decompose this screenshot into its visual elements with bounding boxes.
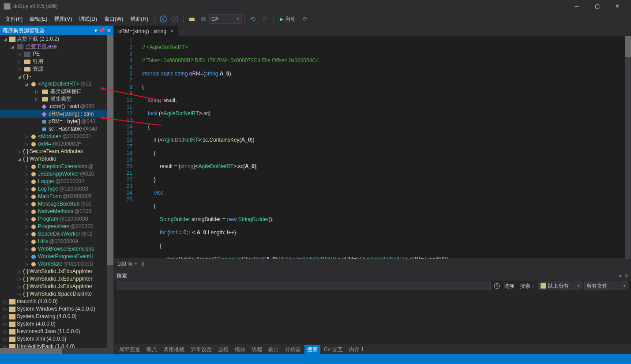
nav-forward-button[interactable] <box>169 14 180 24</box>
tree-refs[interactable]: 引用 <box>33 58 43 65</box>
menu-file[interactable]: 文件(F) <box>2 14 26 25</box>
zoom-value[interactable]: 100 % <box>117 261 132 267</box>
tree-msgbox[interactable]: MessageBoxStub <box>38 200 79 208</box>
tree-sc[interactable]: sc : Hashtable <box>49 125 82 133</box>
minimize-button[interactable]: ─ <box>567 0 587 12</box>
tab-callstack[interactable]: 调用堆栈 <box>161 345 187 354</box>
tab-modules[interactable]: 模块 <box>232 345 248 354</box>
code-content[interactable]: // <AgileDotNetRT> // Token: 0x060000B2 … <box>139 36 631 259</box>
menu-view[interactable]: 视图(V) <box>51 14 75 25</box>
stop-button[interactable]: ⟳ <box>300 14 310 24</box>
tree-agile[interactable]: <AgileDotNetRT> <box>38 80 79 88</box>
tab-csharp[interactable]: C# 交互 <box>321 345 346 354</box>
menu-edit[interactable]: 编辑(E) <box>26 14 51 25</box>
namespace-icon: { } <box>23 73 29 80</box>
tree-prm[interactable]: pRM= : byte[] <box>49 118 80 125</box>
window-title: dnSpy v5.0.5 (x86) <box>13 3 567 9</box>
search-type-combo[interactable]: 以上所有▼ <box>538 281 582 290</box>
tree-sysxml[interactable]: System.Xml (4.0.0.0) <box>17 335 66 343</box>
panel-close-icon[interactable]: ✕ <box>107 28 111 34</box>
tree-drawing[interactable]: System.Drawing (4.0.0.0) <box>17 313 76 320</box>
tab-close-icon[interactable]: ✕ <box>170 28 174 34</box>
module-icon <box>17 44 23 49</box>
tree-wwh1[interactable]: WwhStudio.JxEduAppInter <box>30 268 93 275</box>
tree-oxm[interactable]: oxM= <box>38 140 51 148</box>
tab-process[interactable]: 进程 <box>215 345 231 354</box>
tree-newtonsoft[interactable]: Newtonsoft.Json (11.0.0.0) <box>17 328 80 335</box>
tree-vscroll[interactable] <box>107 35 113 354</box>
tree-jxedu[interactable]: JxEduAppWorker <box>38 170 79 178</box>
undo-button[interactable] <box>248 14 259 24</box>
code-editor[interactable]: 1234567891011121314151617181920212223242… <box>114 36 631 259</box>
tree-module[interactable]: <Module> <box>38 133 61 140</box>
tree-system[interactable]: System (4.0.0.0) <box>17 320 56 328</box>
chevron-down-icon[interactable]: ▼ <box>134 262 138 266</box>
tree-cctor[interactable]: .cctor() : void <box>49 103 79 110</box>
tab-analyzer[interactable]: 分析器 <box>282 345 304 354</box>
tree-hscroll[interactable] <box>0 348 107 354</box>
tree-exc[interactable]: ExceptionExtensions <box>38 163 87 170</box>
save-button[interactable] <box>198 14 209 24</box>
panel-dropdown-icon[interactable]: ▾ <box>619 273 622 278</box>
options-icon[interactable] <box>492 281 501 290</box>
menu-debug[interactable]: 调试(D) <box>75 14 101 25</box>
svg-point-3 <box>172 16 178 22</box>
method-icon <box>41 104 46 109</box>
tab-output[interactable]: 输出 <box>266 345 282 354</box>
tree-derived[interactable]: 派生类型 <box>50 95 71 103</box>
tree-base[interactable]: 基类型和接口 <box>50 88 82 95</box>
tree-winforms[interactable]: System.Windows.Forms (4.0.0.0) <box>17 305 95 313</box>
tree-worker[interactable]: WorkerProgressEventH <box>38 253 94 260</box>
tree-webbrowser[interactable]: WebBrowserExtensions <box>38 245 94 253</box>
start-debug-button[interactable]: ▶启动 <box>276 14 299 24</box>
redo-button[interactable] <box>259 14 270 24</box>
tree-mainform[interactable]: MainForm <box>38 193 62 200</box>
tree-exe[interactable]: 点赞下载.exe <box>26 43 57 50</box>
tab-mem[interactable]: 内存 1 <box>346 345 367 354</box>
tab-locals[interactable]: 局部变量 <box>116 345 143 354</box>
tab-threads[interactable]: 线程 <box>249 345 265 354</box>
menu-window[interactable]: 窗口(W) <box>101 14 127 25</box>
pin-icon[interactable]: 📌 <box>99 28 105 34</box>
tree-workstate[interactable]: WorkState <box>38 260 63 268</box>
language-combo[interactable]: C#▼ <box>209 14 242 24</box>
tree-utils[interactable]: Utils <box>38 238 48 245</box>
tree-pe[interactable]: PE <box>33 50 40 58</box>
panel-close-icon[interactable]: ✕ <box>624 273 628 278</box>
nav-back-button[interactable] <box>158 14 169 24</box>
split-handle[interactable]: ▮ <box>141 261 144 267</box>
tree-wwh4[interactable]: WwhStudio.SpaceDiskInte <box>30 290 92 298</box>
tree-wwh[interactable]: WwhStudio <box>30 155 56 163</box>
tree-res[interactable]: 资源 <box>33 65 43 73</box>
tree-mscorlib[interactable]: mscorlib (4.0.0.0) <box>17 298 58 305</box>
open-button[interactable] <box>187 14 197 24</box>
tab-search[interactable]: 搜索 <box>304 345 320 354</box>
folder-icon <box>24 67 30 71</box>
search-scope-combo[interactable]: 所有文件▼ <box>584 281 628 290</box>
close-button[interactable]: ✕ <box>607 0 627 12</box>
zoom-bar: 100 % ▼ ▮ <box>114 259 631 268</box>
tree-wwh2[interactable]: WwhStudio.JxEduAppInter <box>30 275 93 283</box>
search-input[interactable] <box>116 281 491 290</box>
tab-excset[interactable]: 异常设置 <box>188 345 214 354</box>
panel-dropdown-icon[interactable]: ▾ <box>94 27 97 34</box>
maximize-button[interactable]: ▢ <box>587 0 607 12</box>
assembly-tree[interactable]: ◢点赞下载 (2.1.0.2) ◢点赞下载.exe ▷PE ▷引用 ▷资源 ◢{… <box>0 35 113 354</box>
tree-progitem[interactable]: ProgressItem <box>38 223 69 230</box>
tree-root[interactable]: 点赞下载 (2.1.0.2) <box>17 35 59 43</box>
namespace-icon: { } <box>23 290 29 298</box>
tree-program[interactable]: Program <box>38 215 58 223</box>
tab-breakpoints[interactable]: 断点 <box>144 345 160 354</box>
tree-orm[interactable]: oRM=(string) : strin <box>49 110 94 118</box>
tree-logtype[interactable]: LogType <box>38 185 58 193</box>
tree-secteam[interactable]: SecureTeam.Attributes <box>30 148 83 155</box>
menu-help[interactable]: 帮助(H) <box>127 14 152 25</box>
svg-rect-4 <box>189 18 195 21</box>
tab-split-icon[interactable]: ⋮ <box>178 30 187 36</box>
tree-logger[interactable]: Logger <box>38 178 54 185</box>
tree-native[interactable]: NativeMethods <box>38 208 73 215</box>
tree-wwh3[interactable]: WwhStudio.JxEduAppInter <box>30 283 93 290</box>
tab-orm[interactable]: oRM=(string) : string ✕ <box>114 26 178 36</box>
tree-spacedisk[interactable]: SpaceDiskWorker <box>38 230 80 238</box>
code-vscroll[interactable] <box>625 36 631 259</box>
